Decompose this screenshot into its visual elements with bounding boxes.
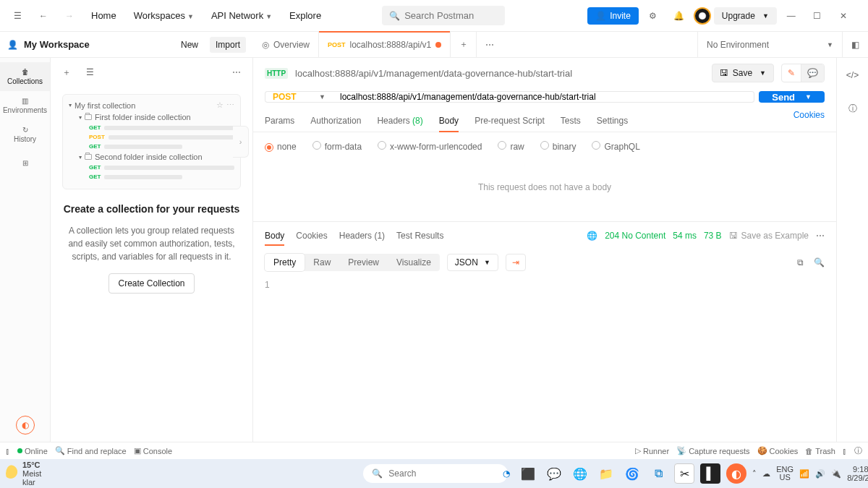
postman-icon[interactable]: ◐ xyxy=(726,463,746,484)
taskbar-clock[interactable]: 9:18 PM8/29/2023 xyxy=(847,465,868,482)
tab-tests[interactable]: Tests xyxy=(561,110,581,132)
rail-history[interactable]: ↻History xyxy=(0,120,50,149)
body-type-none[interactable]: none xyxy=(265,142,297,152)
vscode-icon[interactable]: ⧉ xyxy=(648,463,668,484)
create-collection-button[interactable]: Create Collection xyxy=(109,273,194,294)
rail-environments[interactable]: ▥Environments xyxy=(0,91,50,120)
language-indicator[interactable]: ENGUS xyxy=(776,466,793,481)
more-icon[interactable]: ⋯ xyxy=(226,100,234,110)
view-visualize[interactable]: Visualize xyxy=(388,254,440,271)
help-icon[interactable]: ⓘ xyxy=(854,445,862,456)
folder-name[interactable]: First folder inside collection xyxy=(95,113,234,121)
body-type-urlencoded[interactable]: x-www-form-urlencoded xyxy=(378,141,482,152)
tab-body[interactable]: Body xyxy=(439,110,459,132)
resp-tab-body[interactable]: Body xyxy=(265,226,284,245)
add-icon[interactable]: ＋ xyxy=(58,64,75,81)
tab-overview[interactable]: ◎ Overview xyxy=(253,32,319,57)
wifi-icon[interactable]: 📶 xyxy=(799,469,809,479)
tab-prerequest[interactable]: Pre-request Script xyxy=(475,110,545,132)
more-icon[interactable]: ⋯ xyxy=(816,231,825,241)
console-button[interactable]: ▣Console xyxy=(134,446,172,455)
environment-quicklook-icon[interactable]: ◧ xyxy=(842,32,868,57)
forward-icon[interactable]: → xyxy=(58,4,81,27)
new-button[interactable]: New xyxy=(175,37,204,53)
send-button[interactable]: Send▼ xyxy=(759,91,825,103)
edit-icon[interactable]: ✎ xyxy=(782,64,801,82)
tray-chevron-icon[interactable]: ˄ xyxy=(752,469,757,479)
globe-icon[interactable]: 🌐 xyxy=(587,231,597,241)
snip-icon[interactable]: ✂ xyxy=(674,463,694,484)
filter-icon[interactable]: ☰ xyxy=(81,64,98,81)
menu-icon[interactable]: ☰ xyxy=(6,4,29,27)
rail-add[interactable]: ⊞ xyxy=(0,153,50,173)
star-icon[interactable]: ☆ xyxy=(216,100,224,110)
body-type-formdata[interactable]: form-data xyxy=(312,141,362,152)
comment-icon[interactable]: 💬 xyxy=(801,64,824,82)
code-icon[interactable]: </> xyxy=(843,64,863,87)
cookies-link[interactable]: Cookies xyxy=(793,110,825,132)
new-tab-button[interactable]: ＋ xyxy=(451,32,477,57)
explorer-icon[interactable]: 📁 xyxy=(596,463,616,484)
tab-headers[interactable]: Headers (8) xyxy=(377,110,422,132)
resp-tab-cookies[interactable]: Cookies xyxy=(296,226,327,245)
breadcrumb[interactable]: localhost:8888/api/v1/management/data-go… xyxy=(295,68,705,79)
notifications-icon[interactable]: 🔔 xyxy=(668,4,691,27)
chevron-icon[interactable]: ▸ xyxy=(77,155,84,158)
avatar[interactable] xyxy=(694,7,711,25)
chrome-icon[interactable]: 🌐 xyxy=(570,463,590,484)
upgrade-button[interactable]: Upgrade▼ xyxy=(714,7,777,25)
body-type-graphql[interactable]: GraphQL xyxy=(592,141,639,152)
tab-settings[interactable]: Settings xyxy=(597,110,628,132)
resp-tab-tests[interactable]: Test Results xyxy=(396,226,443,245)
response-body[interactable]: 1 xyxy=(253,275,836,442)
volume-icon[interactable]: 🔊 xyxy=(815,469,825,479)
task-view-icon[interactable]: ⬛ xyxy=(518,463,538,484)
collection-name[interactable]: My first collection xyxy=(75,101,213,110)
more-icon[interactable]: ⋯ xyxy=(228,64,245,81)
environment-selector[interactable]: No Environment▼ xyxy=(697,32,842,57)
tab-authorization[interactable]: Authorization xyxy=(310,110,361,132)
save-as-example-button[interactable]: 🖫Save as Example xyxy=(729,231,809,241)
nav-home[interactable]: Home xyxy=(84,6,124,25)
taskbar-search-input[interactable] xyxy=(388,468,497,479)
body-type-raw[interactable]: raw xyxy=(498,141,524,152)
two-pane-icon[interactable]: ⫿ xyxy=(843,445,847,456)
format-select[interactable]: JSON▼ xyxy=(447,254,498,271)
terminal-icon[interactable]: ▌ xyxy=(700,463,720,484)
back-icon[interactable]: ← xyxy=(32,4,55,27)
url-input[interactable] xyxy=(333,91,754,103)
resp-tab-headers[interactable]: Headers (1) xyxy=(339,226,385,245)
info-icon[interactable]: ⓘ xyxy=(843,97,863,120)
view-raw[interactable]: Raw xyxy=(305,254,339,271)
tab-params[interactable]: Params xyxy=(265,110,294,132)
method-select[interactable]: POST▼ xyxy=(265,91,333,103)
chevron-icon[interactable]: ▸ xyxy=(67,104,74,107)
battery-icon[interactable]: 🔌 xyxy=(831,469,841,479)
rail-collections[interactable]: 🗑Collections xyxy=(0,62,50,91)
find-replace-button[interactable]: 🔍Find and replace xyxy=(55,446,127,455)
settings-icon[interactable]: ⚙ xyxy=(642,4,665,27)
postman-logo-icon[interactable]: ◐ xyxy=(16,416,35,435)
window-minimize-icon[interactable]: — xyxy=(780,4,803,27)
window-maximize-icon[interactable]: ☐ xyxy=(806,4,829,27)
invite-button[interactable]: 👤Invite xyxy=(587,7,639,25)
folder-name[interactable]: Second folder inside collection xyxy=(95,153,234,161)
cookies-button[interactable]: 🍪Cookies xyxy=(757,445,799,456)
taskbar-weather[interactable]: 15°CMeist klar xyxy=(6,461,46,487)
tab-request[interactable]: POST localhost:8888/api/v1 xyxy=(319,32,451,57)
import-button[interactable]: Import xyxy=(210,37,246,53)
search-input[interactable] xyxy=(404,10,526,21)
view-pretty[interactable]: Pretty xyxy=(265,254,305,271)
edge-icon[interactable]: 🌀 xyxy=(622,463,642,484)
expand-card-icon[interactable]: › xyxy=(233,126,249,158)
trash-button[interactable]: 🗑Trash xyxy=(805,445,835,456)
tab-options-icon[interactable]: ⋯ xyxy=(477,32,503,57)
chat-icon[interactable]: 💬 xyxy=(544,463,564,484)
wrap-lines-icon[interactable]: ⇥ xyxy=(506,254,526,271)
save-button[interactable]: 🖫Save▼ xyxy=(712,64,774,82)
chevron-icon[interactable]: ▸ xyxy=(77,116,84,119)
window-close-icon[interactable]: ✕ xyxy=(832,4,855,27)
runner-button[interactable]: ▷Runner xyxy=(635,445,669,456)
sidebar-toggle-icon[interactable]: ⫿ xyxy=(6,447,10,455)
onedrive-icon[interactable]: ☁ xyxy=(762,469,770,479)
